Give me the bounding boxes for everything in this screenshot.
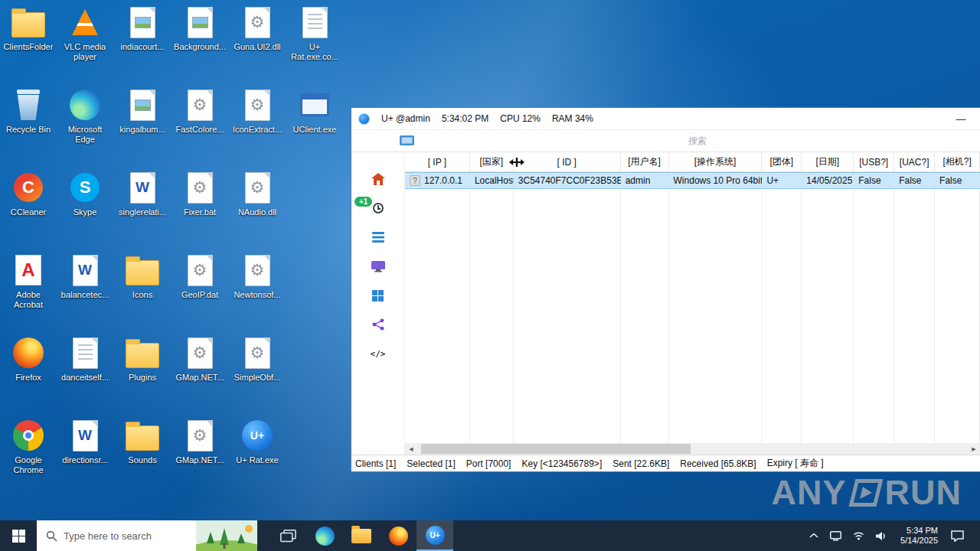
remote-desktop-icon[interactable] <box>369 259 387 273</box>
image-document-icon <box>188 7 213 38</box>
desktop-icon-singlerelati[interactable]: Wsinglerelati... <box>114 170 171 217</box>
tray-network-icon[interactable] <box>851 528 867 543</box>
search-input[interactable] <box>415 130 980 152</box>
desktop-icon-indiacourt[interactable]: indiacourt... <box>114 5 171 52</box>
windows-icon[interactable] <box>369 289 387 302</box>
code-icon[interactable]: </> <box>369 347 387 360</box>
column-header[interactable]: [UAC?] <box>894 152 935 171</box>
taskbar-search-box[interactable] <box>37 520 257 551</box>
desktop-icon-adobe-acrobat[interactable]: AAdobe Acrobat <box>0 253 57 310</box>
column-header[interactable]: [USB?] <box>854 152 894 171</box>
desktop-icon-label: IconExtract... <box>233 125 282 135</box>
clients-tab-icon[interactable] <box>400 135 415 147</box>
taskbar-edge-button[interactable] <box>306 520 343 551</box>
tasks-list-icon[interactable] <box>369 230 387 244</box>
column-header[interactable]: [ ID ] <box>514 152 621 171</box>
desktop-icon-naudio-dll[interactable]: ⚙NAudio.dll <box>229 170 286 217</box>
file-explorer-icon <box>351 529 371 543</box>
desktop-icon-u-rat-exe[interactable]: U+U+ Rat.exe <box>229 418 286 465</box>
firefox-icon <box>389 527 408 546</box>
column-header[interactable]: [团体] <box>762 152 802 171</box>
desktop-icon-kingalbum[interactable]: kingalbum... <box>114 87 171 135</box>
desktop-icon-plugins[interactable]: Plugins <box>114 335 171 383</box>
column-header[interactable]: [日期] <box>802 152 854 171</box>
desktop-icon-label: VLC media player <box>57 42 113 62</box>
firefox-icon <box>13 337 44 368</box>
client-row[interactable]: ?127.0.0.1LocalHost3C54740F7CC0F23B53E5a… <box>405 172 980 189</box>
desktop-icon-guna-ui2-dll[interactable]: ⚙Guna.UI2.dll <box>229 5 286 52</box>
desktop-icon-simpleobf[interactable]: ⚙SimpleObf... <box>229 335 286 383</box>
system-file-icon: ⚙ <box>245 90 270 121</box>
window-titlebar: U+ @admin 5:34:02 PM CPU 12% RAM 34% — <box>351 108 980 129</box>
taskbar-clock[interactable]: 5:34 PM 5/14/2025 <box>897 526 942 546</box>
desktop-icon-label: Firefox <box>15 373 41 383</box>
connections-icon[interactable] <box>369 318 387 331</box>
column-header[interactable]: [用户名] <box>621 152 669 171</box>
system-file-icon: ⚙ <box>245 7 270 38</box>
desktop-icon-background[interactable]: Background... <box>172 5 228 52</box>
desktop-icon-uclient-exe[interactable]: UClient.exe <box>286 87 343 135</box>
desktop-icon-label: Plugins <box>129 373 156 383</box>
desktop-icon-ccleaner[interactable]: CCCleaner <box>0 170 57 217</box>
desktop-icon-fastcolore[interactable]: ⚙FastColore... <box>172 87 228 135</box>
desktop-icon-clientsfolder[interactable]: ClientsFolder <box>0 5 57 52</box>
taskbar-uplus-button[interactable]: U+ <box>416 520 453 551</box>
table-header-row: [ IP ][国家][ ID ][用户名][操作系统][团体][日期][USB?… <box>405 152 980 172</box>
column-header[interactable]: [国家] <box>470 152 514 171</box>
desktop-icon-microsoft-edge[interactable]: Microsoft Edge <box>57 87 113 145</box>
search-icon <box>46 530 57 542</box>
action-center-icon[interactable] <box>949 527 966 545</box>
scrollbar-track[interactable] <box>417 443 968 455</box>
tray-display-icon[interactable] <box>828 528 844 544</box>
desktop: ClientsFolderRecycle BinCCCleanerAAdobe … <box>0 0 980 520</box>
start-button[interactable] <box>0 520 37 551</box>
desktop-icon-skype[interactable]: SSkype <box>57 170 113 217</box>
taskbar-firefox-button[interactable] <box>380 520 416 551</box>
home-icon[interactable] <box>369 172 387 186</box>
cell: admin <box>621 173 669 188</box>
desktop-icon-recycle-bin[interactable]: Recycle Bin <box>0 87 57 135</box>
desktop-icon-geoip-dat[interactable]: ⚙GeoIP.dat <box>172 253 228 300</box>
scrollbar-thumb[interactable] <box>421 444 691 454</box>
cell: 14/05/2025 <box>802 173 854 188</box>
desktop-icon-fixer-bat[interactable]: ⚙Fixer.bat <box>172 170 228 217</box>
tray-chevron-up-icon[interactable] <box>807 530 821 542</box>
taskbar-search-input[interactable] <box>64 530 196 542</box>
window-sidebar: </> +1 <box>351 152 405 455</box>
cell: Windows 10 Pro 64bit <box>669 173 763 188</box>
desktop-icon-label: NAudio.dll <box>238 207 276 217</box>
desktop-icon-danceitself[interactable]: danceitself... <box>57 335 113 383</box>
column-header[interactable]: [相机?] <box>935 152 980 171</box>
search-highlights-illustration[interactable] <box>196 520 257 551</box>
scroll-right-arrow[interactable]: ▶ <box>968 443 980 455</box>
desktop-icon-sounds[interactable]: Sounds <box>114 418 171 465</box>
column-header[interactable]: [ IP ] <box>405 152 470 171</box>
desktop-icon-icons[interactable]: Icons <box>114 253 171 300</box>
desktop-icon-directionsr[interactable]: Wdirectionsr... <box>57 418 113 465</box>
folder-icon <box>11 12 45 37</box>
minimize-button[interactable]: — <box>948 109 974 129</box>
status-item: Received [65.8KB] <box>680 458 756 469</box>
edge-icon <box>315 527 335 546</box>
column-header[interactable]: [操作系统] <box>669 152 763 171</box>
desktop-icon-u-rat-exe-co[interactable]: U+ Rat.exe.co... <box>286 5 343 62</box>
desktop-icon-google-chrome[interactable]: Google Chrome <box>0 418 57 475</box>
taskbar-explorer-button[interactable] <box>343 520 380 551</box>
desktop-icon-newtonsof[interactable]: ⚙Newtonsof... <box>229 253 286 300</box>
desktop-icon-iconextract[interactable]: ⚙IconExtract... <box>229 87 286 135</box>
desktop-icon-gmap-net[interactable]: ⚙GMap.NET... <box>172 335 228 383</box>
desktop-icon-firefox[interactable]: Firefox <box>0 335 57 383</box>
task-view-button[interactable] <box>270 520 306 551</box>
desktop-icon-vlc-media-player[interactable]: VLC media player <box>57 5 113 62</box>
desktop-icon-label: balancetec... <box>61 290 109 300</box>
desktop-icon-gmap-net[interactable]: ⚙GMap.NET... <box>172 418 228 465</box>
desktop-icon-label: Sounds <box>128 455 156 465</box>
desktop-icon-label: Microsoft Edge <box>57 125 113 145</box>
desktop-icon-label: Background... <box>174 42 226 52</box>
scroll-left-arrow[interactable]: ◀ <box>405 443 417 455</box>
tray-volume-icon[interactable] <box>874 528 890 544</box>
desktop-icon-balancetec[interactable]: Wbalancetec... <box>57 253 113 300</box>
desktop-icon-label: Newtonsof... <box>234 290 280 300</box>
status-item: Port [7000] <box>466 458 511 469</box>
status-item: Clients [1] <box>355 458 396 469</box>
